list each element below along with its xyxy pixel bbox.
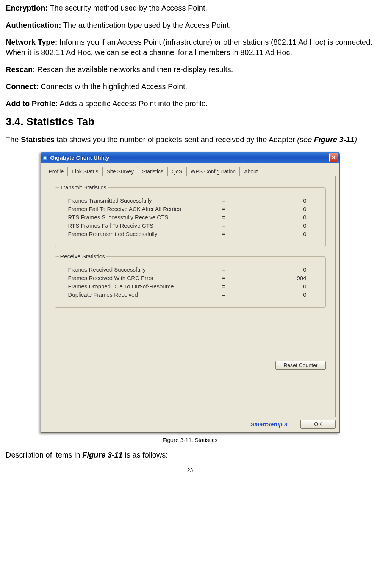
receive-statistics-title: Receive Statistics <box>59 253 106 259</box>
stat-label: Frames Dropped Due To Out-of-Resource <box>68 283 212 289</box>
stat-label: Frames Retransmitted Successfully <box>68 231 212 237</box>
ok-button[interactable]: OK <box>300 420 335 429</box>
bottom-bar: SmartSetup 3 OK <box>45 420 336 429</box>
stat-value: 0 <box>235 197 318 204</box>
tab-qos[interactable]: QoS <box>167 167 186 176</box>
svg-point-1 <box>44 157 46 159</box>
stat-label: RTS Frames Successfully Receive CTS <box>68 214 212 220</box>
stat-label: Frames Transmitted Successfully <box>68 197 212 204</box>
close-icon <box>332 154 336 160</box>
rx-row-1: Frames Received With CRC Error = 904 <box>63 275 318 281</box>
stat-label: RTS Frames Fail To Receive CTS <box>68 222 212 229</box>
stat-value: 0 <box>235 266 318 273</box>
stat-value: 0 <box>235 214 318 220</box>
stat-label: Duplicate Frames Received <box>68 291 212 298</box>
window-title: Gigabyte Client Utility <box>50 154 109 161</box>
tx-row-3: RTS Frames Fail To Receive CTS = 0 <box>63 222 318 229</box>
stat-label: Frames Fail To Receive ACK After All Ret… <box>68 206 212 212</box>
tab-statistics[interactable]: Statistics <box>138 167 167 176</box>
tab-content: Transmit Statistics Frames Transmitted S… <box>45 176 336 417</box>
stat-value: 0 <box>235 291 318 298</box>
def-rescan: Rescan: Rescan the available networks an… <box>6 64 374 75</box>
reset-counter-button[interactable]: Reset Counter <box>275 361 325 370</box>
rx-row-2: Frames Dropped Due To Out-of-Resource = … <box>63 283 318 289</box>
tab-link-status[interactable]: Link Status <box>68 167 102 176</box>
description-line: Description of items in Figure 3-11 is a… <box>6 450 374 460</box>
section-heading: 3.4. Statistics Tab <box>6 116 374 128</box>
def-add-to-profile: Add to Profile: Adds a specific Access P… <box>6 99 374 109</box>
stat-value: 0 <box>235 222 318 229</box>
smartsetup-label: SmartSetup 3 <box>45 421 291 428</box>
tab-profile[interactable]: Profile <box>45 167 68 176</box>
receive-statistics-group: Receive Statistics Frames Received Succe… <box>55 256 326 308</box>
def-authentication: Authentication: The authentication type … <box>6 20 374 30</box>
tx-row-1: Frames Fail To Receive ACK After All Ret… <box>63 206 318 212</box>
app-window: Gigabyte Client Utility Profile Link Sta… <box>41 152 340 433</box>
titlebar: Gigabyte Client Utility <box>41 152 340 163</box>
stat-value: 904 <box>235 275 318 281</box>
app-icon <box>42 154 48 160</box>
tab-about[interactable]: About <box>240 167 262 176</box>
rx-row-3: Duplicate Frames Received = 0 <box>63 291 318 298</box>
tx-row-4: Frames Retransmitted Successfully = 0 <box>63 231 318 237</box>
figure-caption: Figure 3-11. Statistics <box>6 437 374 443</box>
transmit-statistics-title: Transmit Statistics <box>59 184 108 190</box>
stat-value: 0 <box>235 231 318 237</box>
stat-value: 0 <box>235 206 318 212</box>
tx-row-0: Frames Transmitted Successfully = 0 <box>63 197 318 204</box>
reset-area: Reset Counter <box>55 361 326 370</box>
def-encryption: Encryption: The security method used by … <box>6 3 374 13</box>
close-button[interactable] <box>329 153 338 162</box>
figure-3-11: Gigabyte Client Utility Profile Link Sta… <box>6 152 374 433</box>
tab-wps-configuration[interactable]: WPS Configuration <box>186 167 240 176</box>
stat-label: Frames Received With CRC Error <box>68 275 212 281</box>
rx-row-0: Frames Received Successfully = 0 <box>63 266 318 273</box>
dialog-body: Profile Link Status Site Survey Statisti… <box>41 163 340 433</box>
transmit-statistics-group: Transmit Statistics Frames Transmitted S… <box>55 187 326 247</box>
tab-row: Profile Link Status Site Survey Statisti… <box>45 166 336 176</box>
intro-paragraph: The Statistics tab shows you the number … <box>6 135 374 145</box>
page-number: 23 <box>6 467 374 473</box>
stat-label: Frames Received Successfully <box>68 266 212 273</box>
tab-site-survey[interactable]: Site Survey <box>102 167 138 176</box>
stat-value: 0 <box>235 283 318 289</box>
tx-row-2: RTS Frames Successfully Receive CTS = 0 <box>63 214 318 220</box>
def-connect: Connect: Connects with the highlighted A… <box>6 82 374 92</box>
def-network-type: Network Type: Informs you if an Access P… <box>6 37 374 58</box>
